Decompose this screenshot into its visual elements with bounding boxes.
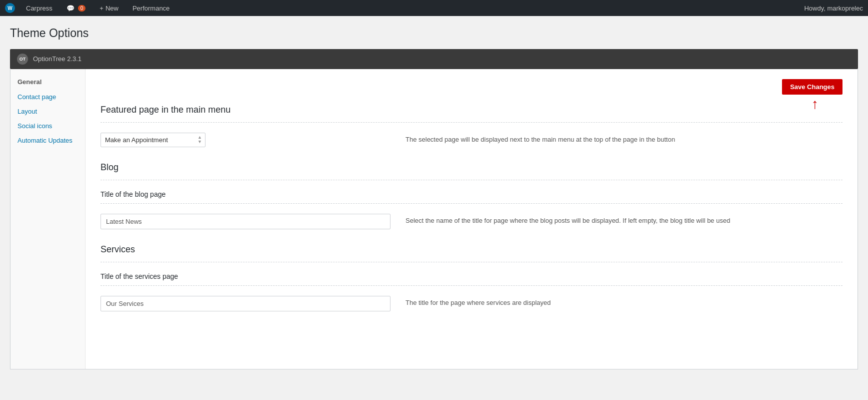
section-divider-blog (100, 180, 842, 180)
option-tree-logo-icon: OT (17, 54, 28, 65)
option-tree-version: OptionTree 2.3.1 (33, 55, 82, 63)
adminbar-comments[interactable]: 💬 0 (64, 0, 89, 16)
select-arrows-icon: ▲▼ (194, 135, 205, 145)
adminbar-new[interactable]: + New (96, 0, 122, 16)
wp-logo-icon: W (5, 3, 15, 13)
field-input-services-title (100, 296, 390, 311)
field-row-featured: Make an Appointment Home About Services … (100, 133, 842, 147)
section-heading-services: Services (100, 244, 842, 255)
section-heading-blog: Blog (100, 162, 842, 173)
field-row-blog-title: Select the name of the title for page wh… (100, 214, 842, 229)
section-divider-featured (100, 122, 842, 123)
section-divider-services-field (100, 285, 842, 286)
comment-count: 0 (78, 5, 86, 12)
section-heading-featured: Featured page in the main menu (100, 105, 842, 115)
adminbar-howdy: Howdy, markoprelec (804, 5, 863, 12)
save-button[interactable]: Save Changes (782, 79, 842, 95)
section-divider-blog-field (100, 203, 842, 204)
field-row-services-title: The title for the page where services ar… (100, 296, 842, 311)
field-label-blog-title: Title of the blog page (100, 190, 842, 198)
arrow-indicator-icon: ↑ (812, 97, 818, 111)
main-area: General Contact page Layout Social icons… (10, 69, 858, 369)
field-input-featured: Make an Appointment Home About Services … (100, 133, 390, 147)
featured-page-select[interactable]: Make an Appointment Home About Services … (101, 133, 194, 147)
field-description-blog-title: Select the name of the title for page wh… (406, 214, 842, 226)
adminbar-performance[interactable]: Performance (130, 0, 172, 16)
sidebar-item-automatic-updates[interactable]: Automatic Updates (10, 133, 85, 148)
blog-title-input[interactable] (100, 214, 390, 229)
option-tree-bar: OT OptionTree 2.3.1 (10, 49, 858, 69)
adminbar-site-name[interactable]: Carpress (23, 0, 56, 16)
admin-bar: W Carpress 💬 0 + New Performance Howdy, … (0, 0, 868, 16)
sidebar-item-social-icons[interactable]: Social icons (10, 119, 85, 133)
sidebar-section-title: General (10, 74, 85, 90)
content-area: Save Changes ↑ Featured page in the main… (86, 69, 858, 369)
sidebar: General Contact page Layout Social icons… (10, 69, 86, 369)
services-title-input[interactable] (100, 296, 390, 311)
sidebar-item-layout[interactable]: Layout (10, 104, 85, 119)
save-button-row: Save Changes ↑ (100, 79, 842, 95)
field-label-services-title: Title of the services page (100, 272, 842, 280)
page-title: Theme Options (10, 26, 858, 41)
sidebar-item-contact-page[interactable]: Contact page (10, 90, 85, 104)
field-description-featured: The selected page will be displayed next… (406, 133, 842, 145)
field-input-blog-title (100, 214, 390, 229)
section-divider-services (100, 262, 842, 262)
featured-page-select-wrapper: Make an Appointment Home About Services … (100, 133, 206, 147)
field-description-services-title: The title for the page where services ar… (406, 296, 842, 308)
